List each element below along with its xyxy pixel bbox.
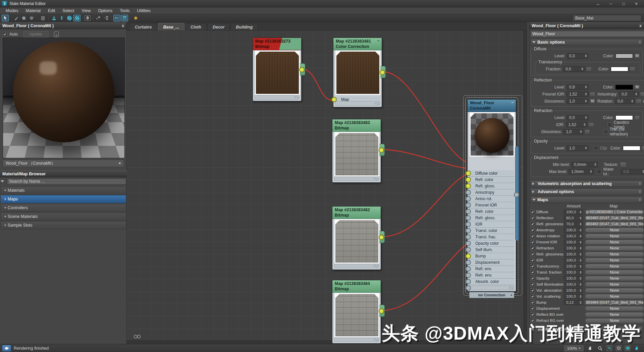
material-input-slot[interactable]: Aniso rot.	[469, 196, 514, 202]
map-slot-button[interactable]: None	[585, 282, 644, 287]
node-color-correction-481[interactable]: Map #2138383481 Color Correction − Map	[333, 38, 382, 107]
slot-connector-dot[interactable]	[466, 183, 471, 189]
parameter-editor-toggle-icon[interactable]	[113, 15, 120, 21]
map-enable-checkbox[interactable]: ✔	[531, 240, 535, 244]
put-to-library-icon[interactable]	[58, 15, 65, 21]
refraction-glossiness-map-button[interactable]	[585, 129, 590, 134]
material-input-slot[interactable]: Refr. env.	[469, 272, 514, 279]
anisotropy-map-button[interactable]	[640, 92, 644, 97]
diffuse-color-map-button[interactable]: M	[634, 54, 640, 58]
material-input-slot[interactable]: Refr. color	[469, 209, 514, 215]
slot-connector-dot[interactable]	[466, 266, 471, 272]
material-input-slot[interactable]: Refl. gloss.	[469, 183, 514, 189]
browser-category-item[interactable]: + Controllers	[1, 204, 126, 212]
slot-connector-dot[interactable]	[466, 279, 471, 284]
anisotropy-spinner[interactable]: 0,0	[619, 92, 639, 97]
map-enable-checkbox[interactable]: ✔	[531, 246, 535, 250]
collapse-icon[interactable]: −	[511, 100, 514, 105]
rotation-spinner[interactable]: 0,0	[615, 99, 635, 104]
select-tool-icon[interactable]	[2, 15, 9, 21]
fresnel-ior-map-button[interactable]	[590, 92, 595, 97]
map-slot-button[interactable]: None	[585, 294, 644, 299]
pan-tool-icon[interactable]	[587, 345, 593, 351]
map-amount-spinner[interactable]: 0,12	[564, 300, 583, 305]
view-tab[interactable]: Base_...	[158, 23, 184, 31]
slot-connector-dot[interactable]	[466, 285, 471, 291]
map-enable-checkbox[interactable]: ✔	[531, 288, 535, 293]
slot-connector-dot[interactable]	[466, 209, 471, 214]
rollout-advanced-options[interactable]: Advanced options	[530, 188, 643, 195]
refraction-color-map-button[interactable]	[634, 115, 640, 120]
map-amount-spinner[interactable]: 80,0	[564, 216, 583, 221]
reflection-glossiness-spinner[interactable]: 1,0	[567, 99, 588, 104]
delete-selected-icon[interactable]	[39, 15, 46, 21]
pick-material-from-library-icon[interactable]	[28, 15, 35, 21]
output-connector-dot[interactable]	[380, 70, 385, 75]
map-enable-checkbox[interactable]: ✔	[531, 282, 535, 287]
node-wood-floor-material[interactable]: Wood_Floor CoronaMtl − Diffuse color Ref…	[467, 99, 516, 292]
map-enable-checkbox[interactable]: ✔	[531, 264, 535, 269]
zoom-tool-icon[interactable]	[597, 345, 603, 351]
material-input-slot[interactable]: Self illum.	[469, 247, 514, 253]
map-slot-button[interactable]: 383484 (0147_Cub_tiled_001_Re	[585, 300, 644, 305]
map-enable-checkbox[interactable]: ✔	[531, 216, 535, 220]
zoom-extents-icon[interactable]	[616, 346, 621, 351]
search-options-icon[interactable]	[1, 180, 4, 184]
translucency-fraction-spinner[interactable]: 0,0	[563, 66, 585, 72]
slot-connector-dot[interactable]	[466, 241, 471, 246]
refraction-ior-spinner[interactable]: 1,52	[566, 122, 587, 127]
slot-connector-dot[interactable]	[466, 222, 471, 227]
output-connector-dot[interactable]	[379, 235, 384, 240]
layout-children-icon[interactable]	[102, 15, 109, 21]
refraction-ior-map-button[interactable]	[588, 122, 594, 127]
output-connector-dot[interactable]	[379, 308, 384, 314]
output-connector-dot[interactable]	[379, 148, 384, 153]
node-bitmap-482[interactable]: Map #2138383482 Bitmap	[332, 206, 381, 270]
material-input-slot[interactable]: Displacement	[469, 259, 514, 266]
minimize-button[interactable]: –	[605, 1, 616, 7]
mr-connection-bar[interactable]: mr Connection +	[469, 292, 514, 298]
map-slot-button[interactable]: None	[585, 306, 644, 311]
refraction-color-swatch[interactable]	[615, 115, 633, 120]
map-slot-button[interactable]: None	[585, 228, 644, 233]
material-input-slot[interactable]: Refr. gloss.	[469, 215, 514, 221]
caustics-checkbox[interactable]	[607, 122, 612, 127]
menu-item[interactable]: Edit	[44, 8, 59, 13]
show-shaded-material-in-viewport-icon[interactable]	[66, 15, 73, 21]
output-connector-dot[interactable]	[299, 67, 305, 72]
browser-category-item[interactable]: + Scene Materials	[1, 213, 126, 221]
map-slot-button[interactable]: None	[585, 312, 644, 317]
utilities-icon[interactable]: ✱	[132, 15, 139, 21]
translucency-color-map-button[interactable]	[630, 67, 635, 71]
node-bitmap-273[interactable]: Map #2138383273 Bitmap	[253, 38, 302, 101]
map-enable-checkbox[interactable]: ✔	[531, 210, 535, 214]
view-tab[interactable]: Building	[230, 23, 258, 31]
dock-icon[interactable]: ↔	[592, 1, 604, 7]
translucency-fraction-map-button[interactable]	[586, 67, 592, 71]
view-tab[interactable]: Curtains	[129, 23, 157, 31]
menu-item[interactable]: Options	[94, 8, 116, 13]
map-enable-checkbox[interactable]: ✔	[531, 252, 535, 256]
auto-update-checkbox[interactable]: ✔	[3, 32, 7, 37]
map-amount-spinner[interactable]: 100,0	[564, 258, 583, 263]
map-amount-spinner[interactable]: 100,0	[564, 264, 583, 269]
active-material-selector[interactable]: Base_Mat	[573, 15, 641, 21]
clip-checkbox[interactable]	[594, 146, 598, 151]
map-slot-button[interactable]: None	[585, 288, 644, 293]
map-amount-spinner[interactable]: 70,0	[564, 222, 583, 227]
diffuse-level-spinner[interactable]: 0,3	[567, 53, 588, 59]
material-input-slot[interactable]: Refl. env.	[469, 266, 514, 272]
menu-item[interactable]: Material	[22, 8, 44, 13]
menu-item[interactable]: Select	[59, 8, 78, 13]
pick-material-from-object-icon[interactable]	[20, 15, 28, 21]
slot-connector-dot[interactable]	[466, 234, 471, 240]
map-enable-checkbox[interactable]: ✔	[531, 294, 535, 299]
map-enable-checkbox[interactable]: ✔	[531, 300, 535, 305]
rollout-maps[interactable]: Maps	[530, 196, 643, 203]
translucency-color-swatch[interactable]	[611, 67, 628, 71]
material-input-slot[interactable]: Diffuse color	[469, 170, 514, 177]
map-amount-spinner[interactable]: 100,0	[564, 288, 583, 293]
map-slot-button[interactable]: None	[585, 240, 644, 245]
map-amount-spinner[interactable]: 100,0	[564, 276, 583, 281]
slot-connector-dot[interactable]	[466, 215, 471, 221]
